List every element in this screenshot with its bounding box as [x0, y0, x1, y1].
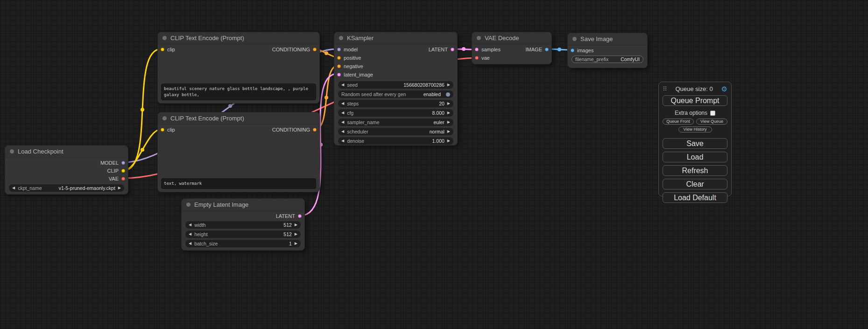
decrement-arrow-icon[interactable]: ◀: [341, 100, 344, 107]
node-empty-latent-image[interactable]: Empty Latent Image LATENT ◀ width 512 ▶ …: [181, 198, 305, 251]
extra-options-checkbox[interactable]: [710, 111, 715, 116]
output-socket-vae[interactable]: [121, 177, 125, 181]
width-widget[interactable]: ◀ width 512 ▶: [185, 221, 301, 229]
slot-label: images: [577, 48, 593, 53]
input-socket-negative[interactable]: [337, 64, 341, 68]
height-widget[interactable]: ◀ height 512 ▶: [185, 231, 301, 238]
collapse-dot-icon[interactable]: [572, 37, 577, 41]
collapse-dot-icon[interactable]: [477, 36, 481, 40]
view-history-button[interactable]: View History: [678, 126, 712, 133]
output-socket-image[interactable]: [545, 48, 549, 51]
node-graph-canvas[interactable]: Load Checkpoint MODEL CLIP VAE ◀ ckpt_na…: [0, 0, 868, 329]
increment-arrow-icon[interactable]: ▶: [118, 184, 121, 192]
node-clip-text-encode-positive[interactable]: CLIP Text Encode (Prompt) clip CONDITION…: [157, 32, 320, 104]
widget-label: scheduler: [347, 129, 368, 134]
decrement-arrow-icon[interactable]: ◀: [12, 184, 15, 192]
collapse-dot-icon[interactable]: [10, 149, 14, 154]
increment-arrow-icon[interactable]: ▶: [295, 240, 297, 247]
random-seed-toggle[interactable]: Random seed after every gen enabled: [338, 91, 453, 98]
increment-arrow-icon[interactable]: ▶: [447, 109, 450, 117]
node-title: CLIP Text Encode (Prompt): [170, 35, 244, 42]
decrement-arrow-icon[interactable]: ◀: [341, 128, 344, 135]
widget-label: height: [194, 231, 208, 237]
clear-button[interactable]: Clear: [663, 179, 727, 189]
decrement-arrow-icon[interactable]: ◀: [189, 221, 191, 229]
increment-arrow-icon[interactable]: ▶: [447, 128, 450, 135]
input-socket-positive[interactable]: [337, 56, 341, 60]
prompt-textarea[interactable]: text, watermark: [161, 178, 316, 189]
link-dot: [325, 96, 328, 99]
collapse-dot-icon[interactable]: [162, 36, 167, 40]
node-vae-decode[interactable]: VAE Decode samples IMAGE vae: [472, 32, 552, 64]
increment-arrow-icon[interactable]: ▶: [447, 137, 450, 145]
slot-label: VAE: [109, 176, 119, 182]
input-socket-clip[interactable]: [161, 128, 164, 132]
drag-handle-icon[interactable]: ⠿: [663, 86, 667, 92]
decrement-arrow-icon[interactable]: ◀: [341, 119, 344, 126]
node-titlebar: CLIP Text Encode (Prompt): [158, 112, 319, 125]
increment-arrow-icon[interactable]: ▶: [447, 119, 450, 126]
node-titlebar: KSampler: [334, 32, 457, 44]
node-clip-text-encode-negative[interactable]: CLIP Text Encode (Prompt) clip CONDITION…: [157, 112, 320, 192]
slot-label: samples: [481, 47, 501, 52]
output-socket-latent[interactable]: [298, 214, 302, 218]
output-socket-conditioning[interactable]: [313, 48, 317, 51]
settings-gear-icon[interactable]: ⚙: [721, 85, 727, 92]
slot-label: CLIP: [107, 168, 119, 174]
load-default-button[interactable]: Load Default: [663, 192, 727, 203]
queue-prompt-button[interactable]: Queue Prompt: [663, 95, 727, 106]
input-socket-samples[interactable]: [475, 48, 479, 51]
widget-label: batch_size: [194, 241, 218, 246]
increment-arrow-icon[interactable]: ▶: [447, 81, 450, 89]
widget-value: enabled: [423, 91, 441, 97]
widget-label: Random seed after every gen: [341, 91, 406, 97]
load-button[interactable]: Load: [663, 152, 727, 162]
widget-value: euler: [433, 119, 444, 125]
output-socket-conditioning[interactable]: [313, 128, 317, 132]
input-socket-clip[interactable]: [161, 48, 164, 51]
refresh-button[interactable]: Refresh: [663, 165, 727, 176]
steps-widget[interactable]: ◀ steps 20 ▶: [338, 100, 453, 107]
input-socket-model[interactable]: [337, 48, 341, 51]
sampler-name-widget[interactable]: ◀ sampler_name euler ▶: [338, 119, 453, 126]
widget-label: filename_prefix: [575, 56, 608, 62]
decrement-arrow-icon[interactable]: ◀: [189, 240, 191, 247]
ckpt-name-widget[interactable]: ◀ ckpt_name v1-5-pruned-emaonly.ckpt ▶: [9, 184, 124, 192]
widget-label: width: [194, 222, 206, 228]
prompt-textarea[interactable]: beautiful scenery nature glass bottle la…: [161, 84, 316, 100]
toggle-knob-icon[interactable]: [446, 92, 450, 97]
decrement-arrow-icon[interactable]: ◀: [341, 109, 344, 117]
collapse-dot-icon[interactable]: [186, 203, 191, 207]
node-title: Load Checkpoint: [18, 148, 64, 155]
denoise-widget[interactable]: ◀ denoise 1.000 ▶: [338, 137, 453, 145]
link-dot: [325, 51, 328, 55]
node-load-checkpoint[interactable]: Load Checkpoint MODEL CLIP VAE ◀ ckpt_na…: [5, 145, 128, 195]
decrement-arrow-icon[interactable]: ◀: [341, 137, 344, 145]
collapse-dot-icon[interactable]: [339, 36, 343, 40]
save-button[interactable]: Save: [663, 138, 727, 149]
output-socket-model[interactable]: [121, 161, 125, 165]
output-socket-clip[interactable]: [121, 169, 125, 173]
input-socket-vae[interactable]: [475, 56, 479, 60]
node-ksampler[interactable]: KSampler model LATENT positive negative …: [334, 32, 458, 146]
output-socket-latent[interactable]: [451, 48, 454, 51]
increment-arrow-icon[interactable]: ▶: [295, 231, 297, 238]
link-dot: [557, 48, 561, 51]
queue-front-button[interactable]: Queue Front: [663, 119, 694, 125]
input-socket-images[interactable]: [571, 49, 574, 52]
slot-label: model: [344, 47, 358, 52]
batch-size-widget[interactable]: ◀ batch_size 1 ▶: [185, 240, 301, 247]
increment-arrow-icon[interactable]: ▶: [295, 221, 297, 229]
input-socket-latent-image[interactable]: [337, 73, 341, 77]
view-queue-button[interactable]: View Queue: [696, 119, 727, 125]
increment-arrow-icon[interactable]: ▶: [447, 100, 450, 107]
node-save-image[interactable]: Save Image images filename_prefix ComfyU…: [567, 33, 648, 68]
scheduler-widget[interactable]: ◀ scheduler normal ▶: [338, 128, 453, 135]
decrement-arrow-icon[interactable]: ◀: [189, 231, 191, 238]
seed-widget[interactable]: ◀ seed 156680208700286 ▶: [338, 81, 453, 89]
decrement-arrow-icon[interactable]: ◀: [341, 81, 344, 89]
collapse-dot-icon[interactable]: [162, 116, 167, 120]
filename-prefix-widget[interactable]: filename_prefix ComfyUI: [572, 56, 643, 63]
cfg-widget[interactable]: ◀ cfg 8.000 ▶: [338, 109, 453, 117]
slot-label: LATENT: [429, 47, 448, 52]
